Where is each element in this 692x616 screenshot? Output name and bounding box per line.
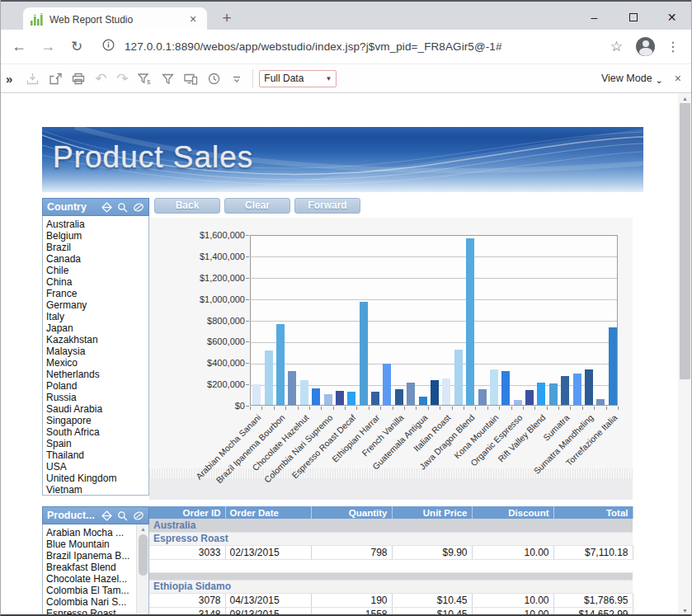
browser-tab[interactable]: Web Report Studio × [23, 7, 207, 31]
search-icon[interactable] [117, 510, 128, 521]
table-column-header[interactable]: Order ID [149, 506, 225, 519]
bar[interactable] [288, 371, 296, 405]
new-tab-button[interactable]: + [215, 8, 238, 28]
list-item[interactable]: Espresso Roast [46, 608, 135, 616]
bar[interactable] [276, 324, 285, 405]
invert-selection-icon[interactable] [101, 202, 112, 213]
list-item[interactable]: Poland [46, 380, 148, 392]
bar[interactable] [585, 369, 593, 405]
bar[interactable] [501, 371, 510, 405]
list-item[interactable]: Germany [46, 299, 148, 311]
schedule-icon[interactable] [203, 69, 224, 87]
table-row[interactable]: 314808/13/20151558$10.4510.00$14,652.99 [149, 607, 633, 616]
table-column-header[interactable]: Order Date [225, 506, 311, 519]
list-item[interactable]: Thailand [46, 449, 148, 461]
list-item[interactable]: South Africa [46, 426, 148, 438]
bar[interactable] [490, 369, 498, 405]
bar[interactable] [561, 376, 569, 405]
bar[interactable] [525, 390, 534, 405]
bar[interactable] [407, 383, 415, 405]
export-icon[interactable] [45, 69, 66, 87]
list-item[interactable]: Brazil Ipanema B... [46, 550, 135, 562]
list-item[interactable]: Spain [46, 438, 148, 449]
collapse-toolbar-icon[interactable] [226, 69, 247, 87]
list-item[interactable]: Kazakhstan [46, 334, 148, 346]
list-item[interactable]: Netherlands [46, 369, 148, 380]
bar[interactable] [336, 391, 344, 405]
list-item[interactable]: France [46, 288, 148, 299]
filter-values-icon[interactable]: $ [134, 69, 155, 87]
table-row[interactable]: 307804/13/2015190$10.4510.00$1,786.95 [149, 593, 633, 607]
bar[interactable] [419, 397, 427, 405]
page-scrollbar[interactable]: ▲ ▼ [678, 93, 691, 616]
undo-icon[interactable]: ↶ [90, 70, 111, 87]
dataset-select[interactable]: Full Data ▼ [259, 70, 337, 87]
back-button[interactable]: Back [154, 198, 220, 214]
scrollbar-thumb[interactable] [139, 534, 148, 576]
redo-icon[interactable]: ↷ [111, 70, 133, 87]
clear-selection-icon[interactable] [133, 202, 144, 213]
scroll-down-icon[interactable]: ▼ [678, 608, 691, 614]
bar[interactable] [549, 383, 558, 405]
list-item[interactable]: Mexico [46, 357, 148, 369]
bar[interactable] [312, 388, 320, 405]
bar[interactable] [371, 392, 379, 405]
site-info-icon[interactable] [102, 39, 115, 54]
list-item[interactable]: Brazil [46, 242, 148, 253]
reload-icon[interactable]: ↻ [66, 38, 87, 55]
bar[interactable] [596, 399, 605, 405]
bookmark-star-icon[interactable]: ☆ [610, 38, 623, 55]
bar[interactable] [360, 302, 368, 405]
bar[interactable] [383, 364, 391, 405]
list-item[interactable]: Australia [46, 219, 148, 230]
minimize-button[interactable]: – [575, 3, 614, 31]
list-item[interactable]: Belgium [46, 230, 148, 242]
list-item[interactable]: Chocolate Hazel... [46, 573, 135, 585]
forward-button[interactable]: Forward [294, 198, 360, 214]
list-item[interactable]: Italy [46, 311, 148, 322]
bar[interactable] [514, 400, 522, 405]
list-item[interactable]: USA [46, 461, 148, 473]
toolbar-overflow-icon[interactable]: » [6, 72, 12, 86]
table-column-header[interactable]: Quantity [311, 506, 392, 519]
close-window-button[interactable]: ✕ [652, 3, 691, 31]
browser-menu-icon[interactable]: ⋮ [666, 39, 680, 54]
bar[interactable] [454, 350, 463, 405]
clear-selection-icon[interactable] [133, 510, 144, 521]
url-text[interactable]: 127.0.0.1:8890/webos/app/webstudio/index… [125, 40, 610, 53]
view-mode-menu[interactable]: View Mode [601, 73, 652, 84]
list-item[interactable]: Chile [46, 265, 148, 276]
list-item[interactable]: Singapore [46, 415, 148, 426]
bar[interactable] [431, 380, 439, 405]
bar[interactable] [537, 383, 545, 405]
bar[interactable] [252, 384, 261, 405]
bar[interactable] [466, 238, 474, 405]
maximize-button[interactable] [614, 3, 652, 31]
filter-icon[interactable] [157, 69, 178, 87]
list-item[interactable]: Malaysia [46, 346, 148, 357]
search-icon[interactable] [117, 202, 128, 213]
bar[interactable] [324, 394, 332, 405]
print-icon[interactable] [68, 69, 89, 87]
clear-button[interactable]: Clear [224, 198, 290, 214]
scrollbar-thumb[interactable] [680, 103, 690, 379]
devices-icon[interactable] [180, 69, 201, 87]
bar[interactable] [300, 380, 308, 405]
list-item[interactable]: Saudi Arabia [46, 403, 148, 415]
list-item[interactable]: Blue Mountain [46, 538, 135, 550]
bar[interactable] [478, 389, 487, 405]
table-column-header[interactable]: Discount [472, 506, 553, 519]
close-report-icon[interactable]: × [675, 72, 681, 85]
bar[interactable] [395, 389, 403, 405]
bar[interactable] [347, 392, 355, 405]
list-item[interactable]: Colombia El Tam... [46, 585, 135, 596]
list-item[interactable]: Colombia Nari S... [46, 596, 135, 608]
invert-selection-icon[interactable] [101, 510, 112, 521]
scroll-up-icon[interactable]: ▲ [678, 96, 691, 101]
bar[interactable] [265, 350, 273, 405]
list-item[interactable]: China [46, 276, 148, 288]
table-column-header[interactable]: Total [553, 506, 633, 519]
list-item[interactable]: Vietnam [46, 484, 148, 496]
bar[interactable] [609, 327, 617, 405]
list-item[interactable]: Canada [46, 253, 148, 265]
